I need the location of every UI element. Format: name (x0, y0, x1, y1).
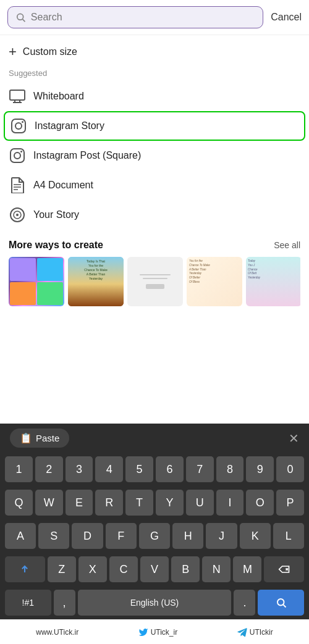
key-c[interactable]: C (109, 556, 138, 582)
bottom-bar: www.UTick.ir UTick_ir UTIckir (0, 619, 309, 644)
key-7[interactable]: 7 (186, 456, 214, 482)
key-h[interactable]: H (172, 523, 203, 549)
a4-document-icon (9, 177, 26, 194)
whiteboard-item[interactable]: Whiteboard (9, 82, 300, 111)
key-9[interactable]: 9 (246, 456, 274, 482)
key-1[interactable]: 1 (5, 456, 33, 482)
telegram-handle: UTIckir (250, 628, 273, 637)
key-n[interactable]: N (202, 556, 231, 582)
key-f[interactable]: F (106, 523, 137, 549)
key-z[interactable]: Z (48, 556, 76, 582)
search-icon (15, 12, 26, 23)
instagram-post-icon (9, 147, 26, 164)
key-2[interactable]: 2 (35, 456, 63, 482)
svg-line-22 (283, 604, 286, 607)
svg-rect-2 (10, 90, 25, 100)
key-a[interactable]: A (5, 523, 36, 549)
comma-key[interactable]: , (54, 590, 75, 616)
instagram-post-item[interactable]: Instagram Post (Square) (9, 141, 300, 170)
paste-icon: 📋 (20, 432, 32, 444)
space-key[interactable]: English (US) (78, 590, 232, 616)
key-s[interactable]: S (38, 523, 69, 549)
search-bar: Cancel (0, 0, 309, 35)
svg-point-7 (15, 123, 22, 129)
svg-rect-9 (11, 149, 24, 162)
key-k[interactable]: K (240, 523, 271, 549)
key-g[interactable]: G (139, 523, 170, 549)
key-i[interactable]: I (216, 490, 244, 516)
paste-button[interactable]: 📋 Paste (10, 429, 69, 448)
key-o[interactable]: O (246, 490, 274, 516)
key-v[interactable]: V (140, 556, 169, 582)
key-3[interactable]: 3 (66, 456, 93, 482)
website-text: www.UTick.ir (36, 628, 78, 637)
telegram-item: UTIckir (237, 627, 273, 637)
period-key[interactable]: . (234, 590, 255, 616)
key-8[interactable]: 8 (216, 456, 244, 482)
search-keyboard-icon (276, 597, 287, 608)
key-y[interactable]: Y (156, 490, 184, 516)
search-keyboard-key[interactable] (258, 590, 304, 616)
shift-icon (19, 563, 31, 575)
key-p[interactable]: P (276, 490, 304, 516)
key-4[interactable]: 4 (95, 456, 123, 482)
instagram-story-label: Instagram Story (35, 120, 104, 132)
special-chars-key[interactable]: !#1 (5, 590, 51, 616)
svg-point-21 (277, 599, 284, 606)
key-x[interactable]: X (78, 556, 107, 582)
paste-bar: 📋 Paste ✕ (0, 424, 309, 453)
cancel-button[interactable]: Cancel (271, 12, 302, 23)
a4-document-item[interactable]: A4 Document (9, 170, 300, 200)
whiteboard-label: Whiteboard (33, 91, 84, 102)
thumbnail-1[interactable] (9, 257, 64, 306)
key-5[interactable]: 5 (125, 456, 153, 482)
key-b[interactable]: B (171, 556, 200, 582)
key-q[interactable]: Q (5, 490, 33, 516)
svg-line-1 (23, 19, 25, 22)
key-u[interactable]: U (186, 490, 214, 516)
your-story-label: Your Story (33, 209, 79, 220)
key-w[interactable]: W (35, 490, 63, 516)
bottom-key-row: !#1 , English (US) . (0, 586, 309, 619)
instagram-story-item[interactable]: Instagram Story (4, 111, 305, 141)
shift-key[interactable] (5, 556, 45, 582)
key-d[interactable]: D (72, 523, 103, 549)
key-6[interactable]: 6 (156, 456, 184, 482)
search-input-wrapper (7, 6, 263, 28)
more-ways-title: More ways to create (9, 240, 103, 251)
thumbnail-5[interactable]: TodayYou JChanceOf BettYesterday (246, 257, 300, 306)
svg-point-8 (22, 121, 23, 123)
instagram-post-label: Instagram Post (Square) (33, 150, 141, 161)
whiteboard-icon (9, 88, 26, 105)
twitter-icon (138, 627, 148, 637)
plus-icon: + (9, 44, 17, 60)
custom-size-label: Custom size (23, 46, 77, 57)
instagram-story-icon (10, 117, 27, 135)
backspace-key[interactable] (264, 556, 304, 582)
backspace-icon (278, 563, 290, 575)
key-j[interactable]: J (206, 523, 237, 549)
close-paste-button[interactable]: ✕ (289, 431, 299, 446)
more-ways-header: More ways to create See all (9, 230, 300, 257)
svg-rect-6 (12, 119, 25, 133)
custom-size-row[interactable]: + Custom size (9, 35, 300, 66)
q-row: Q W E R T Y U I O P (0, 486, 309, 519)
thumbnail-3[interactable] (127, 257, 183, 306)
your-story-item[interactable]: Your Story (9, 200, 300, 230)
a4-document-label: A4 Document (33, 180, 93, 191)
key-l[interactable]: L (273, 523, 304, 549)
key-e[interactable]: E (66, 490, 93, 516)
key-t[interactable]: T (125, 490, 153, 516)
svg-point-11 (20, 151, 22, 153)
key-r[interactable]: R (95, 490, 123, 516)
key-0[interactable]: 0 (276, 456, 304, 482)
thumbnail-2[interactable]: Today Is ThatYou for theChance To MakeA … (68, 257, 124, 306)
key-m[interactable]: M (233, 556, 261, 582)
search-input[interactable] (31, 12, 255, 23)
number-row: 1 2 3 4 5 6 7 8 9 0 (0, 453, 309, 486)
z-row: Z X C V B N M (0, 553, 309, 586)
thumbnail-4[interactable]: You for theChance To MakeA Better ThanYe… (187, 257, 242, 306)
svg-point-17 (16, 214, 19, 216)
see-all-button[interactable]: See all (274, 240, 300, 250)
thumbnails-row: Today Is ThatYou for theChance To MakeA … (9, 257, 300, 314)
